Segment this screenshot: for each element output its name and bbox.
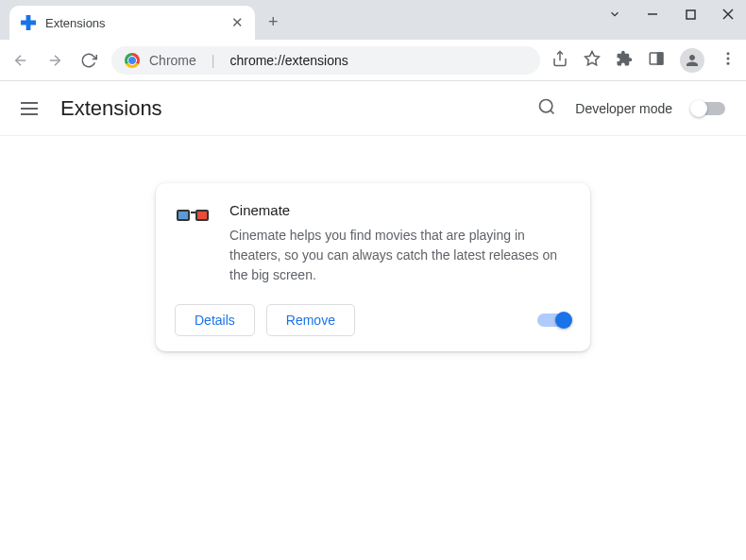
url-divider: | (212, 53, 215, 68)
tab-strip: Extensions ✕ + (0, 0, 746, 40)
svg-point-14 (540, 99, 552, 111)
new-tab-button[interactable]: + (268, 12, 279, 32)
extension-3d-glasses-icon (175, 204, 211, 225)
browser-tab[interactable]: Extensions ✕ (9, 6, 255, 40)
chevron-down-icon[interactable] (608, 8, 621, 21)
close-window-icon[interactable] (721, 8, 735, 21)
details-button[interactable]: Details (175, 304, 255, 336)
back-button[interactable] (9, 49, 32, 72)
tab-close-icon[interactable]: ✕ (231, 14, 244, 31)
url-scheme: Chrome (149, 53, 196, 68)
extensions-puzzle-icon[interactable] (616, 50, 633, 71)
svg-rect-1 (687, 10, 695, 19)
kebab-menu-icon[interactable] (720, 50, 737, 71)
svg-point-11 (727, 52, 730, 55)
svg-point-13 (727, 61, 730, 64)
browser-toolbar: Chrome | chrome://extensions (0, 40, 746, 81)
svg-line-15 (551, 110, 554, 113)
url-path: chrome://extensions (229, 53, 348, 68)
extensions-list: Cinemate Cinemate helps you find movies … (0, 136, 746, 351)
developer-mode-toggle[interactable] (691, 102, 725, 115)
svg-marker-7 (585, 51, 600, 64)
svg-rect-10 (658, 53, 663, 64)
page-title: Extensions (60, 96, 162, 121)
side-panel-icon[interactable] (648, 50, 665, 71)
address-bar[interactable]: Chrome | chrome://extensions (111, 46, 540, 75)
hamburger-menu-icon[interactable] (21, 102, 38, 115)
share-icon[interactable] (551, 50, 568, 71)
tab-title: Extensions (45, 16, 222, 30)
chrome-logo-icon (125, 53, 140, 68)
extension-enable-toggle[interactable] (537, 314, 571, 327)
remove-button[interactable]: Remove (266, 304, 355, 336)
search-icon[interactable] (537, 97, 556, 120)
svg-point-12 (727, 57, 730, 59)
extension-puzzle-icon (21, 15, 36, 30)
maximize-icon[interactable] (684, 8, 697, 21)
extension-name: Cinemate (229, 202, 571, 218)
reload-button[interactable] (77, 49, 100, 72)
developer-mode-label: Developer mode (575, 101, 672, 116)
extension-description: Cinemate helps you find movies that are … (229, 226, 571, 285)
minimize-icon[interactable] (646, 8, 659, 21)
profile-avatar[interactable] (680, 48, 704, 73)
extensions-page-header: Extensions Developer mode (0, 81, 746, 136)
forward-button[interactable] (43, 49, 66, 72)
bookmark-star-icon[interactable] (584, 50, 601, 71)
extension-card: Cinemate Cinemate helps you find movies … (156, 183, 590, 351)
